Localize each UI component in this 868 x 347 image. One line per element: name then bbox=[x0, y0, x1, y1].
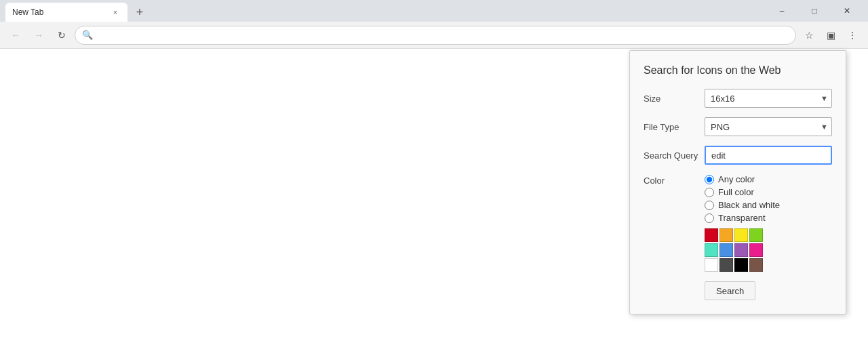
search-query-row: Search Query bbox=[644, 146, 832, 165]
bookmark-button[interactable]: ☆ bbox=[799, 25, 819, 45]
new-tab-button[interactable]: + bbox=[130, 3, 149, 22]
browser-tab[interactable]: New Tab × bbox=[5, 3, 127, 22]
file-type-select[interactable]: PNG ICO GIF SVG bbox=[705, 117, 832, 136]
search-query-input[interactable] bbox=[705, 146, 832, 165]
swatch-orange[interactable] bbox=[719, 228, 733, 242]
panel-title: Search for Icons on the Web bbox=[644, 64, 832, 77]
swatch-blue[interactable] bbox=[719, 243, 733, 257]
back-button[interactable]: ← bbox=[5, 25, 26, 45]
color-section: Color Any color Full color Black and whi… bbox=[644, 174, 832, 272]
color-label: Color bbox=[644, 174, 705, 272]
size-row: Size 16x16 32x32 48x48 64x64 128x128 ▼ bbox=[644, 89, 832, 108]
swatch-white[interactable] bbox=[705, 258, 718, 272]
address-search-icon: 🔍 bbox=[82, 30, 93, 40]
title-bar-left: New Tab × + bbox=[5, 0, 766, 22]
size-control: 16x16 32x32 48x48 64x64 128x128 ▼ bbox=[705, 89, 832, 108]
menu-button[interactable]: ⋮ bbox=[842, 25, 863, 45]
search-query-control bbox=[705, 146, 832, 165]
search-query-label: Search Query bbox=[644, 150, 705, 161]
swatch-red[interactable] bbox=[705, 228, 718, 242]
color-option-transparent[interactable]: Transparent bbox=[705, 213, 832, 223]
file-type-row: File Type PNG ICO GIF SVG ▼ bbox=[644, 117, 832, 136]
color-radio-bw[interactable] bbox=[705, 201, 714, 210]
tab-close-button[interactable]: × bbox=[110, 7, 121, 18]
page-content: Search for Icons on the Web Size 16x16 3… bbox=[0, 49, 868, 347]
color-option-bw-label: Black and white bbox=[718, 200, 780, 210]
reload-button[interactable]: ↻ bbox=[52, 25, 72, 45]
nav-right-buttons: ☆ ▣ ⋮ bbox=[799, 25, 863, 45]
size-select[interactable]: 16x16 32x32 48x48 64x64 128x128 bbox=[705, 89, 832, 108]
forward-button[interactable]: → bbox=[28, 25, 49, 45]
color-radio-full[interactable] bbox=[705, 188, 714, 197]
file-type-label: File Type bbox=[644, 122, 705, 132]
maximize-button[interactable]: □ bbox=[799, 0, 830, 22]
apps-button[interactable]: ▣ bbox=[821, 25, 841, 45]
address-input[interactable] bbox=[97, 30, 789, 40]
address-bar[interactable]: 🔍 bbox=[75, 26, 796, 45]
swatch-brown[interactable] bbox=[749, 258, 763, 272]
swatch-yellow[interactable] bbox=[734, 228, 748, 242]
file-type-select-wrapper: PNG ICO GIF SVG ▼ bbox=[705, 117, 832, 136]
color-radio-any[interactable] bbox=[705, 175, 714, 184]
minimize-button[interactable]: – bbox=[766, 0, 797, 22]
window-controls: – □ ✕ bbox=[766, 0, 863, 22]
swatch-purple[interactable] bbox=[734, 243, 748, 257]
swatch-green[interactable] bbox=[749, 228, 763, 242]
color-option-bw[interactable]: Black and white bbox=[705, 200, 832, 210]
color-swatches bbox=[705, 228, 832, 272]
search-button[interactable]: Search bbox=[705, 281, 755, 300]
close-button[interactable]: ✕ bbox=[831, 0, 863, 22]
size-label: Size bbox=[644, 94, 705, 104]
file-type-control: PNG ICO GIF SVG ▼ bbox=[705, 117, 832, 136]
color-option-any[interactable]: Any color bbox=[705, 174, 832, 184]
title-bar: New Tab × + – □ ✕ bbox=[0, 0, 868, 22]
color-option-transparent-label: Transparent bbox=[718, 213, 766, 223]
tab-title: New Tab bbox=[12, 7, 106, 17]
swatch-dark-gray[interactable] bbox=[719, 258, 733, 272]
swatch-pink[interactable] bbox=[749, 243, 763, 257]
color-radio-transparent[interactable] bbox=[705, 213, 714, 223]
size-select-wrapper: 16x16 32x32 48x48 64x64 128x128 ▼ bbox=[705, 89, 832, 108]
color-option-full-label: Full color bbox=[718, 187, 754, 197]
swatch-cyan[interactable] bbox=[705, 243, 718, 257]
tab-strip: New Tab × + bbox=[5, 0, 149, 22]
color-options: Any color Full color Black and white Tra… bbox=[705, 174, 832, 272]
icon-search-panel: Search for Icons on the Web Size 16x16 3… bbox=[629, 50, 846, 314]
color-option-any-label: Any color bbox=[718, 174, 755, 184]
swatch-black[interactable] bbox=[734, 258, 748, 272]
nav-bar: ← → ↻ 🔍 ☆ ▣ ⋮ bbox=[0, 22, 868, 49]
color-option-full[interactable]: Full color bbox=[705, 187, 832, 197]
